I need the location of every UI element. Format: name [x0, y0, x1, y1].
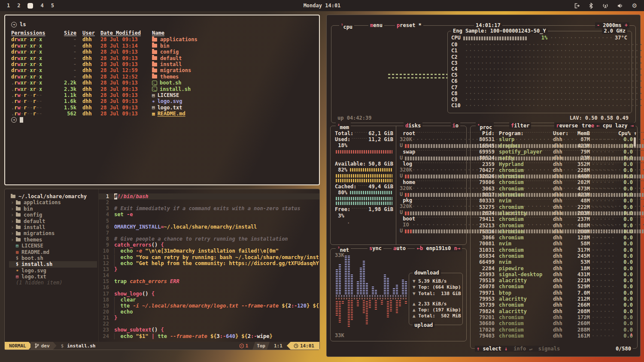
process-row[interactable]: 79403chromiumdhh161M0.0	[471, 333, 637, 339]
tree-root[interactable]: ~/.local/share/omarchy	[9, 193, 98, 199]
editor-line[interactable]: 11▏ echo "You can retry by running: bash…	[99, 254, 319, 260]
process-row[interactable]: 70427chromiumdhh228M0.0	[471, 167, 637, 173]
editor-line[interactable]: 4set -e	[99, 211, 319, 217]
process-row[interactable]: 16545dropboxdhh423M0.0	[471, 143, 637, 149]
process-row[interactable]: 66499nvimdhh53M0.0	[471, 259, 637, 265]
editor-line[interactable]: 8# Give people a chance to retry running…	[99, 236, 319, 242]
git-branch-segment[interactable]: dev	[30, 342, 57, 350]
tree-file-logo.txt[interactable]: ▤logo.txt	[9, 274, 98, 280]
file-tree-panel[interactable]: ~/.local/share/omarchy›applications›bin›…	[5, 189, 98, 342]
tab-reverse[interactable]: reverse	[554, 123, 580, 129]
workspace-4[interactable]: 4	[40, 3, 43, 9]
process-row[interactable]: 80333nvimdhh48M0.0	[471, 198, 637, 204]
tree-folder-install[interactable]: ›install	[9, 224, 98, 230]
process-row[interactable]: 79411chromiumdhh237M0.0	[471, 216, 637, 222]
tree-file-README.md[interactable]: ▨README.md	[9, 249, 98, 255]
tree-folder-applications[interactable]: ›applications	[9, 199, 98, 205]
process-row[interactable]: 25213chromiumdhh488M0.0	[471, 222, 637, 228]
code-pane[interactable]: 1#!/bin/bash23# Exit immediately if a co…	[98, 189, 319, 342]
process-scrollbar[interactable]	[634, 137, 636, 147]
process-row[interactable]: 3017chromiumdhh423M0.0	[471, 192, 637, 198]
terminal-window[interactable]: → ls PermissionsSizeUserDate ModifiedNam…	[4, 15, 320, 185]
editor-line[interactable]: 18▏ clear	[99, 297, 319, 303]
editor-window[interactable]: ~/.local/share/omarchy›applications›bin›…	[4, 189, 320, 350]
tab-mem[interactable]: ²mem	[336, 123, 351, 130]
tree-file-logo.svg[interactable]: ∗logo.svg	[9, 268, 98, 274]
process-row[interactable]: 79806chromiumdhh202M0.0	[471, 179, 637, 185]
process-row[interactable]: 2359Hyprlanddhh352M0.0	[471, 161, 637, 167]
editor-line[interactable]: 7	[99, 230, 319, 236]
tab-preset[interactable]: preset *	[395, 22, 423, 28]
tab-sync[interactable]: sync	[368, 245, 383, 251]
bluetooth-icon[interactable]	[588, 3, 594, 9]
process-row[interactable]: 80531slurpdhh87M0.0	[471, 136, 637, 142]
logout-icon[interactable]	[574, 3, 580, 9]
tree-folder-config[interactable]: ›config	[9, 212, 98, 218]
workspace-1[interactable]: 1	[7, 3, 10, 9]
signals-control[interactable]: signals	[538, 346, 560, 352]
process-row[interactable]: 69959spotify_playerdhh79M0.0	[471, 149, 637, 155]
process-row[interactable]: 53275chromiumdhh222M0.0	[471, 204, 637, 210]
tree-file-boot.sh[interactable]: $boot.sh	[9, 255, 98, 261]
tab-net[interactable]: ³net	[336, 245, 351, 253]
select-control[interactable]: ↑ select ↓	[477, 346, 507, 352]
process-row[interactable]: 2674alacrittydhh203M0.0	[471, 210, 637, 216]
tab-disks[interactable]: disks	[404, 123, 422, 129]
process-row[interactable]: 65834chromiumdhh245M0.0	[471, 253, 637, 259]
process-row[interactable]: 35739chromiumdhh266M0.0	[471, 302, 637, 308]
sort-column-selector[interactable]: ← cpu lazy →	[595, 123, 635, 129]
editor-line[interactable]: 14	[99, 272, 319, 278]
editor-line[interactable]: 5	[99, 218, 319, 224]
settings-gear-icon[interactable]: ⚙	[632, 2, 637, 9]
editor-line[interactable]: 21}	[99, 315, 319, 321]
process-row[interactable]: 31031chromiumdhh317M0.0	[471, 247, 637, 253]
editor-line[interactable]: 19▏ tte -i ~/.local/share/omarchy/logo.t…	[99, 303, 319, 309]
tab-tree[interactable]: tree	[580, 123, 596, 129]
editor-line[interactable]: 12▏ echo "Get help from the community: h…	[99, 260, 319, 266]
tree-file-LICENSE[interactable]: ▤LICENSE	[9, 243, 98, 249]
process-row[interactable]: 3066chromiumdhh128M0.0	[471, 235, 637, 241]
volume-icon[interactable]	[617, 3, 623, 9]
process-row[interactable]: 30680chromiumdhh260M0.0	[471, 320, 637, 326]
editor-line[interactable]: 23show_subtext() {	[99, 327, 319, 333]
info-control[interactable]: info ↵	[513, 346, 532, 352]
diagnostic-indicator[interactable]: 1	[239, 343, 249, 349]
process-row[interactable]: 2284pipewiredhh18M0.0	[471, 265, 637, 272]
editor-line[interactable]: 17show_logo() {	[99, 291, 319, 297]
process-row[interactable]: 25993signal-desktopdhh431M0.0	[471, 272, 637, 278]
process-row[interactable]: 75316chromiumdhh200M0.0	[471, 229, 637, 235]
workspace-switcher[interactable]: 1245	[0, 3, 54, 9]
workspace-2[interactable]: 2	[17, 3, 20, 9]
tree-folder-migrations[interactable]: ›migrations	[9, 230, 98, 236]
process-row[interactable]: 26078chromiumdhh529M0.0	[471, 284, 637, 290]
tab-filter[interactable]: filter	[509, 123, 531, 129]
editor-line[interactable]: 22	[99, 321, 319, 327]
tab-io[interactable]: io	[451, 123, 460, 129]
process-row[interactable]: 70081nvimdhh58M0.0	[471, 241, 637, 247]
process-row[interactable]: 17020chromiumdhh288M0.0	[471, 327, 637, 333]
workspace-3-active[interactable]	[27, 3, 33, 9]
system-monitor-window[interactable]: ¹cpu menu preset * 14:01:17 - 2000ms + E…	[326, 15, 641, 357]
editor-line[interactable]: 13}	[99, 266, 319, 272]
editor-line[interactable]: 2	[99, 199, 319, 205]
process-header-row[interactable]: Pid: Program: User: MemB Cpu% ↑	[471, 130, 637, 136]
tree-folder-bin[interactable]: ›bin	[9, 206, 98, 212]
editor-line[interactable]: 9catch_errors() {	[99, 242, 319, 248]
network-broadcast-icon[interactable]	[602, 3, 609, 9]
tab-cpu[interactable]: ¹cpu	[339, 22, 354, 30]
tab-proc[interactable]: ⁴proc	[476, 123, 494, 130]
editor-line[interactable]: 16	[99, 284, 319, 290]
terminal-prompt-empty[interactable]: →	[11, 117, 313, 123]
tree-folder-default[interactable]: ›default	[9, 218, 98, 224]
process-row[interactable]: 79824alacrittydhh208M0.0	[471, 308, 637, 314]
tab-menu[interactable]: menu	[368, 22, 384, 28]
tree-folder-themes[interactable]: ›themes	[9, 237, 98, 243]
tree-file-install.sh[interactable]: $install.sh	[9, 261, 97, 267]
process-row[interactable]: 32626chromiumdhh440M0.0	[471, 173, 637, 179]
editor-line[interactable]: 24▏ echo "$1" | tte --frame-rate ${3:-64…	[99, 333, 319, 339]
workspace-5[interactable]: 5	[51, 3, 54, 9]
process-row[interactable]: 79971btopdhh7.0M0.0	[471, 290, 637, 296]
editor-line[interactable]: 10▏ echo -e "\n\e[31mOmarchy installatio…	[99, 248, 319, 254]
network-interface[interactable]: ←b enp191s0 n→	[415, 245, 462, 251]
process-row[interactable]: 3063chromiumdhh473M0.0	[471, 186, 637, 192]
